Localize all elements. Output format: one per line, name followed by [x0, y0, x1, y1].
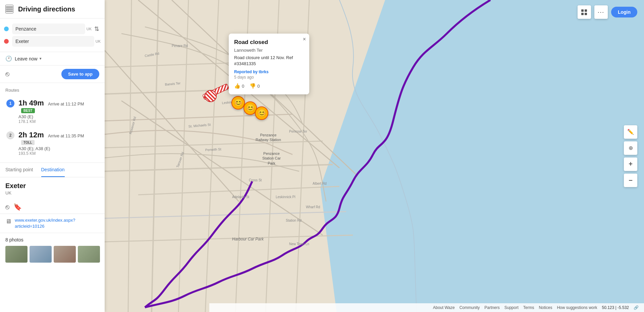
website-link[interactable]: www.exeter.gov.uk/index.aspx?articleid=1…: [15, 217, 99, 229]
route-1-info: 1h 49m Arrive at 11:12 PM BEST A30 (E) 1…: [18, 99, 99, 124]
origin-country: UK: [87, 27, 92, 31]
route-1-desc: A30 (E): [18, 114, 99, 119]
destination-row: UK: [4, 36, 101, 47]
monitor-icon: 🖥: [5, 218, 11, 225]
footer-terms[interactable]: Terms: [523, 305, 534, 310]
website-row: 🖥 www.exeter.gov.uk/index.aspx?articleid…: [0, 214, 105, 233]
map-controls: ✏️ ⊕ + −: [624, 125, 637, 187]
popup-title: Road closed: [234, 39, 304, 46]
popup-reporter-name: tbrks: [259, 70, 268, 74]
photo-thumb-4[interactable]: [78, 246, 100, 263]
save-to-app-button[interactable]: Save to app: [61, 69, 99, 79]
input-section: UK ⇅ UK: [0, 18, 105, 52]
map-link-icon[interactable]: 🔗: [634, 305, 639, 310]
share-dest-button[interactable]: ⎋: [5, 203, 9, 211]
destination-country: UK: [5, 190, 99, 195]
popup-time: 5 days ago: [234, 75, 304, 80]
routes-label: Routes: [0, 86, 105, 95]
waze-marker-1[interactable]: 😊: [231, 96, 245, 109]
photo-thumb-1[interactable]: [5, 246, 28, 263]
dropdown-arrow-icon: ▼: [39, 57, 42, 60]
route-2-time: 2h 12m Arrive at 11:35 PM: [18, 131, 84, 139]
menu-button[interactable]: [5, 5, 13, 13]
clock-icon: 🕐: [5, 55, 12, 62]
tab-starting-point[interactable]: Starting point: [5, 163, 33, 177]
route-2-desc: A30 (E); A38 (E): [18, 146, 99, 151]
save-dest-button[interactable]: 🔖: [13, 203, 22, 211]
thumbs-down-icon: 👎: [250, 83, 256, 89]
popup-close-button[interactable]: ×: [303, 36, 306, 42]
dest-country: UK: [96, 39, 101, 43]
route-2-number: 2: [6, 131, 14, 139]
route-1-time: 1h 49m Arrive at 11:12 PM: [18, 99, 84, 107]
route-2-badge: TOLL: [21, 140, 35, 145]
map-header-controls: ⋯ Login: [578, 5, 637, 19]
photo-thumb-2[interactable]: [30, 246, 52, 263]
more-options-button[interactable]: ⋯: [594, 5, 608, 19]
destination-name: Exeter: [5, 182, 99, 190]
destination-tabs: Starting point Destination: [0, 163, 105, 177]
login-button[interactable]: Login: [611, 7, 637, 17]
apps-grid-icon: [581, 9, 587, 15]
actions-row: ⎋ Save to app: [0, 65, 105, 83]
route-2-info: 2h 12m Arrive at 11:35 PM TOLL A30 (E); …: [18, 131, 99, 156]
route-1-item[interactable]: 1 1h 49m Arrive at 11:12 PM BEST A30 (E)…: [0, 95, 105, 127]
footer-partners[interactable]: Partners: [484, 305, 499, 310]
road-closed-popup: × Road closed Lannoweth Ter Road closure…: [229, 34, 309, 94]
footer-community[interactable]: Community: [460, 305, 480, 310]
leave-now-row: 🕐 Leave now ▼: [0, 52, 105, 65]
page-title: Driving directions: [18, 5, 75, 13]
route-1-time-row: 1h 49m Arrive at 11:12 PM BEST: [18, 99, 99, 114]
photos-section: 8 photos: [0, 233, 105, 267]
leave-now-button[interactable]: Leave now ▼: [15, 56, 42, 61]
tab-destination[interactable]: Destination: [41, 163, 65, 177]
swap-button[interactable]: ⇅: [93, 24, 101, 34]
footer-notices[interactable]: Notices: [539, 305, 552, 310]
map-coordinates: 50.123 | -5.532: [602, 305, 629, 310]
popup-subtitle: Lannoweth Ter: [234, 48, 304, 53]
sidebar-header: Driving directions: [0, 0, 105, 18]
footer-support[interactable]: Support: [504, 305, 519, 310]
locate-me-button[interactable]: ⊕: [624, 141, 637, 155]
photos-label: 8 photos: [5, 237, 99, 242]
map-area[interactable]: Barwis Ter Leskinnick Ter St. Michaels S…: [105, 0, 644, 312]
origin-row: UK ⇅: [4, 24, 101, 34]
road-closed-marker[interactable]: [205, 90, 217, 102]
footer-about-waze[interactable]: About Waze: [433, 305, 455, 310]
route-2-dist: 193.5 KM: [18, 151, 99, 156]
destination-input[interactable]: [12, 36, 94, 47]
popup-reporter: Reported by tbrks: [234, 70, 304, 74]
dest-action-buttons: ⎋ 🔖: [0, 200, 105, 214]
thumbs-up-icon: 👍: [234, 83, 240, 89]
share-button[interactable]: ⎋: [5, 70, 9, 78]
zoom-in-button[interactable]: +: [624, 158, 637, 171]
origin-input[interactable]: [12, 24, 85, 34]
waze-marker-3[interactable]: 😊: [255, 106, 268, 120]
edit-button[interactable]: ✏️: [624, 125, 637, 139]
map-footer: About Waze Community Partners Support Te…: [209, 303, 644, 312]
dest-dot: [4, 39, 9, 44]
route-1-number: 1: [6, 99, 14, 107]
popup-description: Road closure until 12 Nov. Ref #33481335: [234, 55, 304, 67]
apps-grid-button[interactable]: [578, 5, 591, 19]
route-1-badge: BEST: [21, 108, 35, 113]
popup-actions: 👍 0 👎 0: [234, 83, 304, 89]
photos-row: [5, 246, 99, 263]
popup-thumbs-up[interactable]: 👍 0: [234, 83, 244, 89]
sidebar: Driving directions UK ⇅ UK 🕐 Leave now ▼…: [0, 0, 105, 312]
routes-section: Routes 1 1h 49m Arrive at 11:12 PM BEST …: [0, 83, 105, 163]
zoom-out-button[interactable]: −: [624, 174, 637, 187]
destination-info: Exeter UK: [0, 177, 105, 200]
origin-dot: [4, 27, 9, 31]
popup-thumbs-down[interactable]: 👎 0: [250, 83, 260, 89]
route-1-dist: 178.1 KM: [18, 119, 99, 124]
route-2-item[interactable]: 2 2h 12m Arrive at 11:35 PM TOLL A30 (E)…: [0, 127, 105, 159]
footer-how-suggestions[interactable]: How suggestions work: [557, 305, 597, 310]
route-2-time-row: 2h 12m Arrive at 11:35 PM TOLL: [18, 131, 99, 145]
photo-thumb-3[interactable]: [54, 246, 76, 263]
